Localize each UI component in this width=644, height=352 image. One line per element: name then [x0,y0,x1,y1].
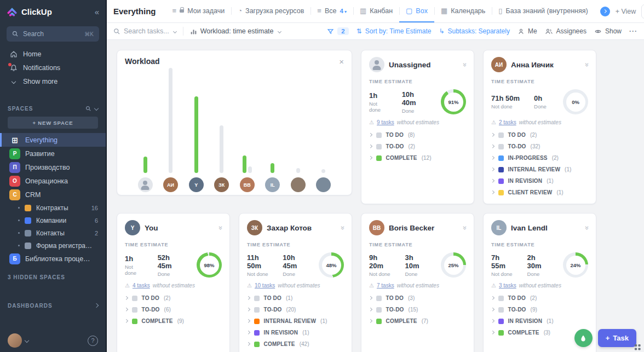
status-group-row[interactable]: IN-PROGRESS (2) [491,152,588,164]
status-group-row[interactable]: TO DO (1) [247,292,344,304]
status-group-row[interactable]: TO DO (8) [369,129,466,141]
search-tasks[interactable]: Search tasks... [113,27,176,35]
filters-button[interactable]: 2 [327,27,348,35]
sidebar-search[interactable]: Search ⌘K [7,26,99,42]
status-group-row[interactable]: TO DO (3) [369,292,466,304]
assignees-button[interactable]: Assignees [545,27,586,35]
member-avatar[interactable]: BB [240,177,255,192]
tasks-without-estimates-link[interactable]: 7 tasks [377,282,394,288]
chevron-right-icon [246,308,250,311]
status-group-row[interactable]: COMPLETE (3) [491,327,588,338]
help-button[interactable]: ? [88,336,98,346]
sidebar-space-item[interactable]: C CRM [0,188,106,201]
sidebar-space-item[interactable]: Б Библиотека процессов [0,252,106,266]
quick-action-button[interactable] [574,329,593,347]
sidebar-list-item[interactable]: Контракты 16 [0,201,106,214]
member-avatar[interactable]: IL [265,177,280,192]
member-avatar[interactable]: Y [189,177,204,192]
subtasks-button[interactable]: ↳ Subtasks: Separately [439,27,509,35]
sidebar-space-item[interactable]: Р Развитие [0,147,106,160]
sidebar-space-item[interactable]: ⊞ Everything [0,133,106,147]
tasks-without-estimates-link[interactable]: 9 tasks [377,119,394,125]
collapse-double-chevron-icon[interactable]: « [460,226,468,229]
member-avatar[interactable] [316,177,331,192]
tasks-without-estimates-link[interactable]: 4 tasks [133,282,150,288]
show-button[interactable]: Show [594,27,622,35]
workload-column[interactable]: BB [240,155,255,192]
status-group-row[interactable]: TO DO (2) [491,292,588,304]
status-group-row[interactable]: TO-DO (9) [491,304,588,315]
workload-column[interactable] [138,157,153,192]
status-group-row[interactable]: IN REVISION (1) [491,175,588,187]
status-group-row[interactable]: TO-DO (32) [491,141,588,152]
workload-column[interactable]: ЗК [214,125,229,192]
status-group-row[interactable]: TO-DO (15) [369,304,466,315]
add-task-button[interactable]: + Task [598,329,636,347]
collapse-double-chevron-icon[interactable]: « [460,62,468,66]
sidebar-space-item[interactable]: П Производство [0,160,106,174]
sidebar-collapse-icon[interactable]: « [95,7,99,16]
workload-column[interactable] [291,168,306,192]
tasks-without-estimates-link[interactable]: 10 tasks [255,282,275,288]
status-group-row[interactable]: COMPLETE (9) [125,315,222,327]
user-avatar[interactable] [8,333,22,348]
sort-button[interactable]: ⇅ Sort by: Time Estimate [357,27,432,35]
sidebar-item-home[interactable]: Home [0,47,106,61]
status-group-row[interactable]: TO DO (2) [125,292,222,304]
more-options-icon[interactable]: ··· [629,27,637,35]
workload-column[interactable]: IL [265,163,280,192]
share-button[interactable]: Share [641,4,644,19]
workload-column[interactable]: АИ [163,68,178,192]
status-group-row[interactable]: IN REVISION (1) [491,315,588,327]
collapse-double-chevron-icon[interactable]: « [216,226,224,229]
status-group-row[interactable]: INTERNAL REVIEW (1) [491,164,588,175]
view-tab[interactable]: ▯ База знаний (внутренняя) [492,0,594,22]
tabs-scroll-button[interactable] [600,7,610,16]
dashboards-section-header[interactable]: DASHBOARDS [0,299,106,311]
add-view-button[interactable]: + View [616,8,636,15]
collapse-double-chevron-icon[interactable]: « [338,226,346,229]
collapse-double-chevron-icon[interactable]: « [582,62,590,66]
close-icon[interactable]: × [339,57,344,66]
sidebar-list-item[interactable]: Контакты 2 [0,227,106,239]
new-space-button[interactable]: + NEW SPACE [8,117,98,129]
status-group-row[interactable]: TO DO (2) [491,129,588,141]
status-group-row[interactable]: TO-DO (2) [369,141,466,152]
workload-column[interactable] [316,169,331,192]
spaces-search-icon[interactable] [85,106,91,112]
status-group-row[interactable]: COMPLETE (42) [247,338,344,350]
collapse-double-chevron-icon[interactable]: « [582,226,590,229]
view-tab[interactable]: ◔ Загрузка ресурсов [231,0,311,22]
member-avatar[interactable]: АИ [163,177,178,192]
status-group-row[interactable]: COMPLETE (7) [369,315,466,327]
sidebar-space-item[interactable]: О Операционка [0,174,106,188]
apps-grid-icon[interactable] [634,344,641,351]
view-tab[interactable]: ▢ Box [399,0,434,22]
member-avatar[interactable]: ЗК [214,177,229,192]
tasks-without-estimates-link[interactable]: 2 tasks [499,119,516,125]
workload-column[interactable]: Y [189,96,204,192]
spaces-chevron-icon[interactable] [94,106,99,111]
sidebar-list-item[interactable]: Форма регистрации [0,239,106,252]
status-group-row[interactable]: IN REVISION (1) [247,327,344,338]
tasks-without-estimates-link[interactable]: 3 tasks [499,282,516,288]
chevron-down-icon[interactable] [25,338,29,343]
view-tab[interactable]: ▦ Календарь [434,0,492,22]
time-estimate-label: TIME ESTIMATE [491,79,588,84]
status-group-row[interactable]: COMPLETE (12) [369,152,466,164]
workload-mode-select[interactable]: Workload: time estimate [190,27,281,35]
me-filter-button[interactable]: Me [518,27,537,35]
status-group-row[interactable]: TO-DO (20) [247,304,344,315]
sidebar-list-item[interactable]: Компании 6 [0,214,106,227]
view-tab[interactable]: ≡ Все 4 [311,0,353,22]
status-group-row[interactable]: TO-DO (6) [125,304,222,315]
sidebar-item-notifications[interactable]: Notifications [0,61,106,74]
view-tab[interactable]: ▥ Канбан [353,0,399,22]
hidden-spaces-label[interactable]: 3 HIDDEN SPACES [0,271,106,283]
status-group-row[interactable]: CLIENT REVIEW (1) [491,187,588,198]
member-avatar[interactable] [291,177,306,192]
member-avatar[interactable] [138,177,153,192]
view-tab[interactable]: ≡ Мои задачи [166,0,232,22]
status-group-row[interactable]: INTERNAL REVIEW (1) [247,315,344,327]
sidebar-item-show-more[interactable]: Show more [0,74,106,88]
